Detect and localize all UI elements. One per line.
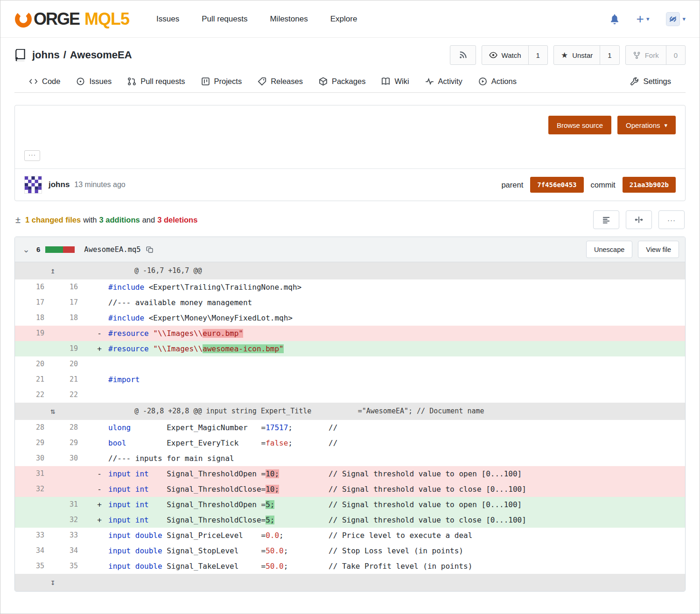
tab-pull-requests[interactable]: Pull requests	[119, 70, 193, 92]
diff-line: 2222	[15, 387, 685, 403]
new-line-number[interactable]: 34	[57, 543, 91, 558]
old-line-number[interactable]: 34	[15, 543, 57, 558]
split-diff-view-button[interactable]	[626, 210, 652, 229]
nav-item-issues[interactable]: Issues	[156, 14, 179, 24]
new-line-number[interactable]	[57, 326, 91, 341]
create-new-menu[interactable]: + ▾	[637, 14, 650, 24]
tab-activity[interactable]: Activity	[417, 70, 470, 92]
new-line-number[interactable]: 29	[57, 435, 91, 451]
browse-source-button[interactable]: Browse source	[548, 116, 611, 134]
old-line-number[interactable]	[15, 341, 57, 356]
rss-feed-button[interactable]	[450, 45, 476, 65]
new-line-number[interactable]: 20	[57, 356, 91, 372]
expand-up-icon[interactable]: ↥	[15, 262, 91, 279]
commit-hash-button[interactable]: 21aa3b902b	[623, 177, 676, 193]
tab-projects[interactable]: Projects	[193, 70, 250, 92]
expand-commit-message-button[interactable]: ···	[24, 150, 40, 161]
logo-f-icon	[14, 10, 32, 28]
code-line: input int Signal_ThresholdClose=5; // Si…	[108, 512, 685, 528]
view-file-button[interactable]: View file	[638, 241, 679, 258]
old-line-number[interactable]: 21	[15, 372, 57, 387]
new-line-number[interactable]: 33	[57, 528, 91, 543]
parent-commit-hash-button[interactable]: 7f456e0453	[530, 177, 583, 193]
file-name[interactable]: AwesomeEA.mq5	[84, 245, 140, 254]
old-line-number[interactable]: 32	[15, 481, 57, 497]
unstar-button[interactable]: ★ Unstar	[554, 46, 600, 64]
old-line-number[interactable]: 17	[15, 295, 57, 310]
expand-down-icon[interactable]: ↧	[15, 574, 91, 591]
old-line-number[interactable]: 35	[15, 558, 57, 574]
new-line-number[interactable]: 31	[57, 497, 91, 512]
collapse-file-chevron-icon[interactable]: ⌄	[21, 246, 31, 253]
unified-diff-view-button[interactable]	[593, 210, 619, 229]
new-line-number[interactable]: 16	[57, 279, 91, 295]
new-line-number[interactable]: 28	[57, 420, 91, 435]
diff-sign	[91, 387, 108, 403]
code-line	[108, 387, 685, 403]
old-line-number[interactable]: 30	[15, 451, 57, 466]
tab-settings[interactable]: Settings	[622, 70, 679, 92]
old-line-number[interactable]: 20	[15, 356, 57, 372]
tab-actions[interactable]: Actions	[470, 70, 525, 92]
diff-line: 3535input double Signal_TakeLevel =50.0;…	[15, 558, 685, 574]
star-count[interactable]: 1	[600, 46, 619, 64]
repo-name-link[interactable]: AwesomeEA	[70, 49, 132, 61]
operations-dropdown-button[interactable]: Operations ▾	[617, 116, 676, 134]
nav-item-milestones[interactable]: Milestones	[270, 14, 308, 24]
diff-sign: -	[91, 481, 108, 497]
author-avatar[interactable]	[24, 176, 42, 194]
old-line-number[interactable]: 18	[15, 310, 57, 326]
deletions-stat: 3 deletions	[157, 216, 197, 224]
new-line-number[interactable]: 32	[57, 512, 91, 528]
code-line: input int Signal_ThresholdClose=10; // S…	[108, 481, 685, 497]
old-line-number[interactable]	[15, 497, 57, 512]
old-line-number[interactable]: 29	[15, 435, 57, 451]
new-line-number[interactable]	[57, 466, 91, 481]
fork-count[interactable]: 0	[666, 46, 685, 64]
nav-item-pull-requests[interactable]: Pull requests	[202, 14, 247, 24]
new-line-number[interactable]: 19	[57, 341, 91, 356]
old-line-number[interactable]: 22	[15, 387, 57, 403]
watch-button[interactable]: Watch	[482, 46, 528, 64]
nav-item-explore[interactable]: Explore	[330, 14, 357, 24]
new-line-number[interactable]: 22	[57, 387, 91, 403]
user-menu[interactable]: ▾	[666, 12, 686, 26]
new-line-number[interactable]: 18	[57, 310, 91, 326]
tab-label: Code	[42, 77, 60, 86]
old-line-number[interactable]: 31	[15, 466, 57, 481]
diff-line: 19-#resource "\\Images\\euro.bmp"	[15, 326, 685, 341]
tab-code[interactable]: Code	[21, 70, 68, 92]
new-line-number[interactable]: 30	[57, 451, 91, 466]
copy-file-name-icon[interactable]	[146, 246, 154, 253]
new-line-number[interactable]: 35	[57, 558, 91, 574]
expand-both-icon[interactable]: ⇅	[15, 403, 91, 420]
unescape-button[interactable]: Unescape	[586, 241, 632, 258]
new-line-number[interactable]: 21	[57, 372, 91, 387]
diff-sign: +	[91, 341, 108, 356]
breadcrumb: johns / AwesomeEA	[32, 49, 132, 61]
tab-releases[interactable]: Releases	[250, 70, 311, 92]
site-logo[interactable]: ORGE MQL5	[14, 9, 129, 29]
commit-author[interactable]: johns	[49, 180, 70, 189]
old-line-number[interactable]: 28	[15, 420, 57, 435]
page: ORGE MQL5 Issues Pull requests Milestone…	[0, 0, 700, 614]
new-line-number[interactable]: 17	[57, 295, 91, 310]
commit-label: commit	[591, 181, 616, 189]
fork-button[interactable]: Fork	[626, 46, 666, 64]
tab-issues[interactable]: Issues	[68, 70, 119, 92]
new-line-number[interactable]	[57, 481, 91, 497]
diff-options-button[interactable]: ···	[658, 210, 685, 229]
old-line-number[interactable]: 19	[15, 326, 57, 341]
notifications-bell-icon[interactable]	[609, 14, 620, 24]
tab-wiki[interactable]: Wiki	[373, 70, 417, 92]
expand-row: ↧	[15, 574, 685, 591]
old-line-number[interactable]: 16	[15, 279, 57, 295]
file-change-count: 6	[36, 245, 40, 253]
tab-label: Settings	[643, 77, 671, 86]
tag-icon	[258, 77, 266, 86]
tab-packages[interactable]: Packages	[311, 70, 373, 92]
old-line-number[interactable]	[15, 512, 57, 528]
watch-count[interactable]: 1	[528, 46, 547, 64]
repo-owner-link[interactable]: johns	[32, 49, 60, 61]
old-line-number[interactable]: 33	[15, 528, 57, 543]
